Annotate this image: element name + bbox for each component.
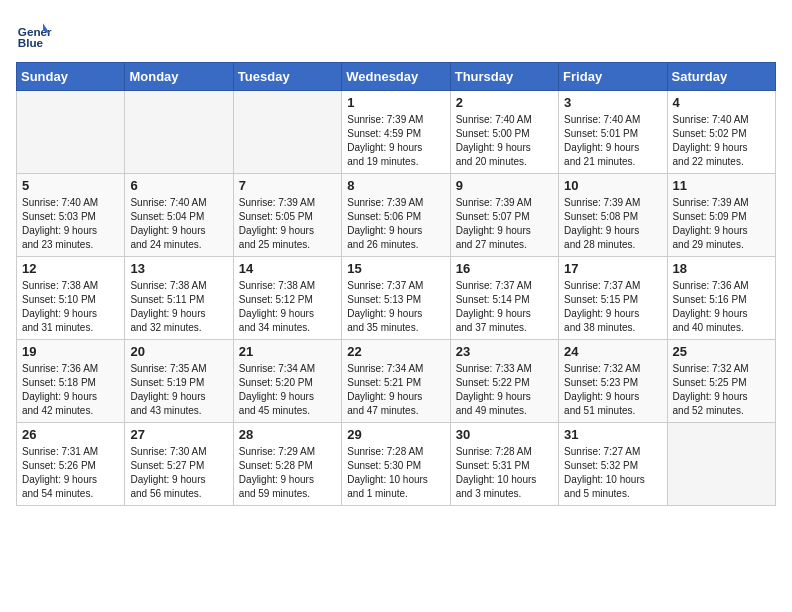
calendar-cell: 30Sunrise: 7:28 AM Sunset: 5:31 PM Dayli… [450, 423, 558, 506]
calendar-week-row: 5Sunrise: 7:40 AM Sunset: 5:03 PM Daylig… [17, 174, 776, 257]
calendar-cell: 28Sunrise: 7:29 AM Sunset: 5:28 PM Dayli… [233, 423, 341, 506]
day-info: Sunrise: 7:35 AM Sunset: 5:19 PM Dayligh… [130, 362, 227, 418]
day-number: 29 [347, 427, 444, 442]
day-info: Sunrise: 7:39 AM Sunset: 5:09 PM Dayligh… [673, 196, 770, 252]
day-info: Sunrise: 7:39 AM Sunset: 5:07 PM Dayligh… [456, 196, 553, 252]
calendar-cell: 2Sunrise: 7:40 AM Sunset: 5:00 PM Daylig… [450, 91, 558, 174]
day-number: 31 [564, 427, 661, 442]
day-number: 25 [673, 344, 770, 359]
calendar-cell: 22Sunrise: 7:34 AM Sunset: 5:21 PM Dayli… [342, 340, 450, 423]
calendar-week-row: 19Sunrise: 7:36 AM Sunset: 5:18 PM Dayli… [17, 340, 776, 423]
day-number: 4 [673, 95, 770, 110]
calendar-cell: 9Sunrise: 7:39 AM Sunset: 5:07 PM Daylig… [450, 174, 558, 257]
day-of-week-header: Wednesday [342, 63, 450, 91]
day-info: Sunrise: 7:32 AM Sunset: 5:25 PM Dayligh… [673, 362, 770, 418]
calendar-cell: 19Sunrise: 7:36 AM Sunset: 5:18 PM Dayli… [17, 340, 125, 423]
day-info: Sunrise: 7:28 AM Sunset: 5:31 PM Dayligh… [456, 445, 553, 501]
day-number: 7 [239, 178, 336, 193]
day-number: 13 [130, 261, 227, 276]
day-info: Sunrise: 7:28 AM Sunset: 5:30 PM Dayligh… [347, 445, 444, 501]
logo-icon: General Blue [16, 16, 52, 52]
day-number: 15 [347, 261, 444, 276]
calendar-cell: 6Sunrise: 7:40 AM Sunset: 5:04 PM Daylig… [125, 174, 233, 257]
day-number: 11 [673, 178, 770, 193]
day-info: Sunrise: 7:40 AM Sunset: 5:04 PM Dayligh… [130, 196, 227, 252]
calendar-cell [125, 91, 233, 174]
day-info: Sunrise: 7:40 AM Sunset: 5:00 PM Dayligh… [456, 113, 553, 169]
calendar-table: SundayMondayTuesdayWednesdayThursdayFrid… [16, 62, 776, 506]
calendar-cell: 4Sunrise: 7:40 AM Sunset: 5:02 PM Daylig… [667, 91, 775, 174]
day-number: 26 [22, 427, 119, 442]
calendar-cell: 10Sunrise: 7:39 AM Sunset: 5:08 PM Dayli… [559, 174, 667, 257]
day-number: 5 [22, 178, 119, 193]
calendar-week-row: 12Sunrise: 7:38 AM Sunset: 5:10 PM Dayli… [17, 257, 776, 340]
day-number: 18 [673, 261, 770, 276]
day-of-week-header: Tuesday [233, 63, 341, 91]
calendar-cell: 12Sunrise: 7:38 AM Sunset: 5:10 PM Dayli… [17, 257, 125, 340]
day-number: 3 [564, 95, 661, 110]
calendar-cell: 20Sunrise: 7:35 AM Sunset: 5:19 PM Dayli… [125, 340, 233, 423]
day-info: Sunrise: 7:37 AM Sunset: 5:13 PM Dayligh… [347, 279, 444, 335]
calendar-header-row: SundayMondayTuesdayWednesdayThursdayFrid… [17, 63, 776, 91]
day-number: 19 [22, 344, 119, 359]
day-number: 6 [130, 178, 227, 193]
day-number: 10 [564, 178, 661, 193]
calendar-cell [667, 423, 775, 506]
day-info: Sunrise: 7:29 AM Sunset: 5:28 PM Dayligh… [239, 445, 336, 501]
day-info: Sunrise: 7:38 AM Sunset: 5:11 PM Dayligh… [130, 279, 227, 335]
day-info: Sunrise: 7:31 AM Sunset: 5:26 PM Dayligh… [22, 445, 119, 501]
day-number: 27 [130, 427, 227, 442]
day-info: Sunrise: 7:36 AM Sunset: 5:16 PM Dayligh… [673, 279, 770, 335]
calendar-cell: 18Sunrise: 7:36 AM Sunset: 5:16 PM Dayli… [667, 257, 775, 340]
calendar-cell: 13Sunrise: 7:38 AM Sunset: 5:11 PM Dayli… [125, 257, 233, 340]
day-number: 20 [130, 344, 227, 359]
calendar-cell: 15Sunrise: 7:37 AM Sunset: 5:13 PM Dayli… [342, 257, 450, 340]
day-info: Sunrise: 7:30 AM Sunset: 5:27 PM Dayligh… [130, 445, 227, 501]
day-number: 12 [22, 261, 119, 276]
day-number: 30 [456, 427, 553, 442]
calendar-week-row: 1Sunrise: 7:39 AM Sunset: 4:59 PM Daylig… [17, 91, 776, 174]
day-number: 17 [564, 261, 661, 276]
calendar-cell [17, 91, 125, 174]
calendar-cell: 8Sunrise: 7:39 AM Sunset: 5:06 PM Daylig… [342, 174, 450, 257]
calendar-cell: 25Sunrise: 7:32 AM Sunset: 5:25 PM Dayli… [667, 340, 775, 423]
day-info: Sunrise: 7:32 AM Sunset: 5:23 PM Dayligh… [564, 362, 661, 418]
day-number: 28 [239, 427, 336, 442]
day-info: Sunrise: 7:36 AM Sunset: 5:18 PM Dayligh… [22, 362, 119, 418]
calendar-cell: 5Sunrise: 7:40 AM Sunset: 5:03 PM Daylig… [17, 174, 125, 257]
logo: General Blue [16, 16, 56, 52]
day-of-week-header: Thursday [450, 63, 558, 91]
day-info: Sunrise: 7:34 AM Sunset: 5:20 PM Dayligh… [239, 362, 336, 418]
day-number: 22 [347, 344, 444, 359]
day-info: Sunrise: 7:37 AM Sunset: 5:14 PM Dayligh… [456, 279, 553, 335]
calendar-cell: 14Sunrise: 7:38 AM Sunset: 5:12 PM Dayli… [233, 257, 341, 340]
calendar-cell: 17Sunrise: 7:37 AM Sunset: 5:15 PM Dayli… [559, 257, 667, 340]
svg-text:Blue: Blue [18, 36, 44, 49]
page-header: General Blue [16, 16, 776, 52]
day-info: Sunrise: 7:40 AM Sunset: 5:01 PM Dayligh… [564, 113, 661, 169]
day-of-week-header: Monday [125, 63, 233, 91]
day-of-week-header: Friday [559, 63, 667, 91]
calendar-cell: 3Sunrise: 7:40 AM Sunset: 5:01 PM Daylig… [559, 91, 667, 174]
day-info: Sunrise: 7:39 AM Sunset: 5:08 PM Dayligh… [564, 196, 661, 252]
day-info: Sunrise: 7:37 AM Sunset: 5:15 PM Dayligh… [564, 279, 661, 335]
day-number: 8 [347, 178, 444, 193]
day-number: 16 [456, 261, 553, 276]
day-info: Sunrise: 7:39 AM Sunset: 4:59 PM Dayligh… [347, 113, 444, 169]
calendar-cell: 24Sunrise: 7:32 AM Sunset: 5:23 PM Dayli… [559, 340, 667, 423]
day-of-week-header: Sunday [17, 63, 125, 91]
day-number: 21 [239, 344, 336, 359]
day-info: Sunrise: 7:38 AM Sunset: 5:10 PM Dayligh… [22, 279, 119, 335]
day-of-week-header: Saturday [667, 63, 775, 91]
calendar-week-row: 26Sunrise: 7:31 AM Sunset: 5:26 PM Dayli… [17, 423, 776, 506]
calendar-cell: 29Sunrise: 7:28 AM Sunset: 5:30 PM Dayli… [342, 423, 450, 506]
day-number: 23 [456, 344, 553, 359]
calendar-cell: 7Sunrise: 7:39 AM Sunset: 5:05 PM Daylig… [233, 174, 341, 257]
day-info: Sunrise: 7:39 AM Sunset: 5:05 PM Dayligh… [239, 196, 336, 252]
calendar-cell: 21Sunrise: 7:34 AM Sunset: 5:20 PM Dayli… [233, 340, 341, 423]
day-number: 1 [347, 95, 444, 110]
day-info: Sunrise: 7:38 AM Sunset: 5:12 PM Dayligh… [239, 279, 336, 335]
calendar-cell: 27Sunrise: 7:30 AM Sunset: 5:27 PM Dayli… [125, 423, 233, 506]
calendar-cell [233, 91, 341, 174]
day-number: 9 [456, 178, 553, 193]
